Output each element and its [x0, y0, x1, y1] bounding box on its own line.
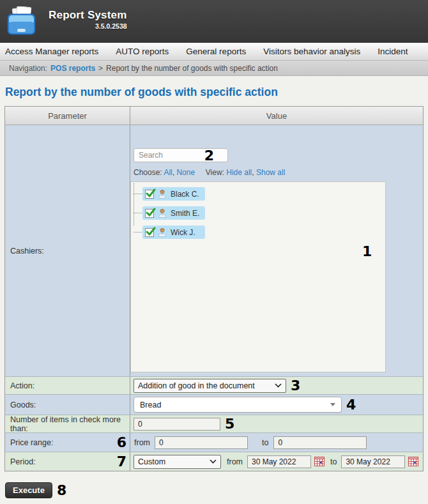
- app-title-block: Report System 3.5.0.2538: [49, 9, 127, 30]
- row-goods: Goods: Bread 4: [5, 395, 423, 415]
- annotation-7: 7: [117, 455, 126, 469]
- items-count-label: Number of items in check more than:: [5, 415, 130, 432]
- cashier-name: Wick J.: [171, 228, 195, 237]
- price-range-label: Price range:: [10, 438, 53, 447]
- show-all-link[interactable]: Show all: [256, 168, 285, 177]
- breadcrumb-separator: >: [98, 64, 103, 73]
- page-title: Report by the number of goods with speci…: [5, 86, 428, 99]
- items-count-input[interactable]: [134, 418, 220, 431]
- cashiers-select-links: Choose: All, None View: Hide all, Show a…: [134, 168, 285, 177]
- annotation-2: 2: [204, 149, 214, 163]
- period-label: Period:: [10, 457, 36, 466]
- row-items-count: Number of items in check more than: 5: [5, 415, 423, 433]
- tab-auto-reports[interactable]: AUTO reports: [116, 47, 169, 56]
- choose-none-link[interactable]: None: [176, 168, 195, 177]
- annotation-8: 8: [57, 484, 66, 498]
- execute-button[interactable]: Execute: [5, 482, 52, 498]
- choose-label: Choose:: [134, 168, 162, 177]
- period-to-input[interactable]: [341, 455, 405, 468]
- period-from-label: from: [227, 457, 243, 466]
- column-header-parameter: Parameter: [5, 107, 130, 125]
- cashier-name: Smith E.: [171, 209, 199, 218]
- price-to-input[interactable]: [273, 436, 367, 449]
- comma: ,: [252, 168, 254, 177]
- cashier-item-black-c[interactable]: Black C.: [142, 187, 205, 201]
- checkbox-checked-icon[interactable]: [145, 228, 154, 237]
- row-cashiers: Cashiers: 2 Choose: All, None View: Hide…: [5, 125, 423, 377]
- choose-all-link[interactable]: All: [164, 168, 172, 177]
- report-system-logo-icon: [6, 6, 37, 36]
- row-action: Action: Addition of good in the document…: [5, 377, 423, 395]
- row-price-range: Price range: 6 from to: [5, 433, 423, 452]
- app-version: 3.5.0.2538: [49, 22, 127, 30]
- row-period: Period: 7 Custom from to: [5, 452, 423, 471]
- cashier-item-wick-j[interactable]: Wick J.: [142, 225, 205, 239]
- breadcrumb: Navigation: POS reports > Report by the …: [0, 61, 428, 76]
- calendar-icon[interactable]: [314, 457, 325, 466]
- comma: ,: [172, 168, 174, 177]
- actions-bar: Execute 8: [5, 482, 428, 498]
- price-range-label-cell: Price range: 6: [5, 433, 130, 452]
- period-to-label: to: [330, 457, 337, 466]
- annotation-4: 4: [346, 398, 356, 412]
- chevron-down-icon: [210, 459, 217, 464]
- cashiers-tree-panel: Black C. Smith E.: [130, 181, 386, 372]
- annotation-5: 5: [225, 417, 234, 431]
- annotation-3: 3: [291, 379, 300, 393]
- price-to-label: to: [262, 438, 268, 447]
- person-icon: [157, 227, 167, 238]
- calendar-icon[interactable]: [408, 457, 418, 466]
- person-icon: [157, 189, 167, 199]
- cashier-name: Black C.: [171, 190, 199, 199]
- hide-all-link[interactable]: Hide all: [226, 168, 252, 177]
- tab-visitors-behavior-analysis[interactable]: Visitors behavior analysis: [263, 47, 360, 56]
- column-header-value: Value: [130, 111, 423, 121]
- period-from-input[interactable]: [247, 455, 311, 468]
- cashier-item-smith-e[interactable]: Smith E.: [142, 206, 205, 220]
- tree-connector-line: [134, 183, 134, 225]
- tab-incident[interactable]: Incident: [378, 47, 408, 56]
- goods-combobox[interactable]: Bread: [134, 397, 342, 413]
- tab-general-reports[interactable]: General reports: [186, 47, 246, 56]
- app-header: Report System 3.5.0.2538: [0, 0, 428, 43]
- checkbox-checked-icon[interactable]: [145, 209, 154, 218]
- person-icon: [157, 208, 167, 218]
- app-title: Report System: [49, 9, 127, 22]
- annotation-1: 1: [362, 245, 372, 259]
- action-select-value: Addition of good in the document: [138, 381, 255, 390]
- period-label-cell: Period: 7: [5, 452, 130, 471]
- period-mode-value: Custom: [138, 457, 165, 466]
- cashiers-value-cell: 2 Choose: All, None View: Hide all, Show…: [130, 125, 423, 376]
- tab-access-manager-reports[interactable]: Access Manager reports: [5, 47, 98, 56]
- cashiers-label: Cashiers:: [5, 125, 130, 376]
- goods-label: Goods:: [5, 395, 130, 415]
- cashiers-search-wrap: 2: [134, 148, 228, 162]
- price-from-label: from: [134, 438, 150, 447]
- parameters-table: Parameter Value Cashiers: 2 Choose: All,…: [4, 106, 424, 471]
- checkbox-checked-icon[interactable]: [145, 190, 154, 199]
- main-menu-bar: Access Manager reports AUTO reports Gene…: [0, 43, 428, 61]
- table-header-row: Parameter Value: [5, 107, 423, 125]
- chevron-down-icon: [275, 383, 282, 388]
- annotation-6: 6: [117, 436, 126, 450]
- goods-combobox-value: Bread: [140, 401, 161, 409]
- action-label: Action:: [5, 377, 130, 394]
- breadcrumb-prefix: Navigation:: [9, 64, 47, 73]
- breadcrumb-link-pos-reports[interactable]: POS reports: [50, 64, 95, 73]
- action-select[interactable]: Addition of good in the document: [134, 379, 286, 393]
- view-label: View:: [206, 168, 224, 177]
- breadcrumb-current: Report by the number of goods with speci…: [106, 64, 278, 73]
- price-from-input[interactable]: [155, 436, 248, 449]
- caret-down-icon: [330, 403, 335, 406]
- period-mode-select[interactable]: Custom: [134, 455, 221, 469]
